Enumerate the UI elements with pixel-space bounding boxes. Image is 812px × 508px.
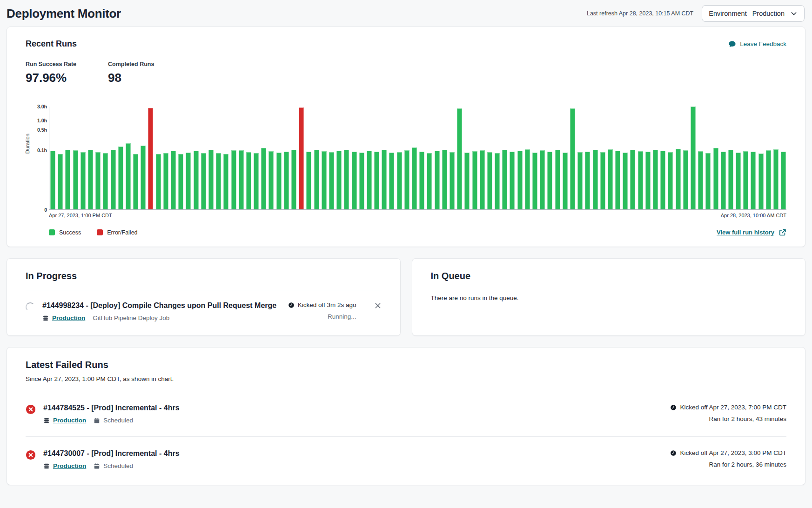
chart-bar-success[interactable] — [359, 153, 364, 209]
chart-bar-success[interactable] — [480, 150, 485, 209]
chart-bar-success[interactable] — [186, 153, 191, 209]
chart-bar-success[interactable] — [284, 152, 289, 209]
chart-bar-success[interactable] — [773, 149, 778, 209]
chart-bar-success[interactable] — [555, 150, 560, 209]
chart-bar-success[interactable] — [683, 150, 688, 209]
chart-bar-success[interactable] — [194, 151, 199, 209]
chart-bar-success[interactable] — [73, 150, 78, 209]
chart-bar-success[interactable] — [404, 150, 409, 209]
close-icon[interactable] — [374, 302, 382, 309]
chart-bar-success[interactable] — [623, 153, 628, 209]
chart-bar-success[interactable] — [668, 152, 673, 209]
chart-bar-success[interactable] — [208, 150, 214, 209]
view-full-run-history-link[interactable]: View full run history — [717, 228, 786, 236]
chart-bar-success[interactable] — [118, 147, 123, 209]
chart-bar-success[interactable] — [721, 152, 726, 209]
chart-bar-success[interactable] — [525, 149, 530, 209]
chart-bar-success[interactable] — [50, 151, 55, 209]
chart-bar-success[interactable] — [126, 143, 131, 209]
chart-bar-error[interactable] — [148, 108, 153, 209]
chart-bar-success[interactable] — [630, 150, 635, 209]
environment-link[interactable]: Production — [42, 314, 85, 321]
chart-bar-success[interactable] — [713, 148, 718, 209]
chart-bar-success[interactable] — [178, 154, 183, 209]
chart-bar-success[interactable] — [352, 152, 357, 209]
environment-link[interactable]: Production — [43, 417, 86, 424]
chart-bar-success[interactable] — [141, 146, 146, 209]
environment-dropdown[interactable]: Environment Production — [702, 5, 805, 22]
chart-bar-success[interactable] — [758, 154, 764, 209]
chart-bar-success[interactable] — [171, 151, 176, 209]
chart-bar-success[interactable] — [728, 150, 733, 209]
chart-bar-success[interactable] — [660, 151, 665, 209]
chart-bar-success[interactable] — [344, 150, 349, 209]
chart-bar-success[interactable] — [389, 153, 394, 209]
leave-feedback-button[interactable]: Leave Feedback — [728, 40, 786, 48]
chart-bar-success[interactable] — [367, 151, 372, 209]
chart-bar-success[interactable] — [216, 153, 221, 209]
chart-bar-success[interactable] — [268, 151, 274, 209]
chart-bar-success[interactable] — [464, 153, 470, 209]
chart-bar-success[interactable] — [201, 153, 206, 209]
chart-bar-success[interactable] — [412, 147, 417, 209]
chart-bar-success[interactable] — [419, 152, 424, 209]
chart-bar-success[interactable] — [450, 152, 455, 209]
chart-bar-success[interactable] — [563, 153, 568, 209]
chart-bar-success[interactable] — [322, 151, 327, 209]
chart-bar-success[interactable] — [88, 150, 93, 209]
chart-bar-success[interactable] — [435, 151, 440, 209]
chart-bar-success[interactable] — [653, 150, 658, 209]
chart-bar-success[interactable] — [487, 152, 492, 209]
chart-bar-success[interactable] — [593, 150, 598, 209]
chart-bar-success[interactable] — [751, 152, 756, 209]
chart-bar-success[interactable] — [570, 108, 575, 209]
chart-bar-success[interactable] — [495, 153, 500, 209]
chart-bar-success[interactable] — [427, 153, 432, 209]
environment-link[interactable]: Production — [43, 462, 86, 469]
chart-bar-success[interactable] — [163, 153, 168, 209]
chart-bar-success[interactable] — [246, 152, 251, 209]
chart-bar-success[interactable] — [615, 151, 620, 209]
chart-bar-success[interactable] — [397, 152, 402, 209]
chart-bar-success[interactable] — [442, 150, 447, 209]
chart-bar-success[interactable] — [698, 151, 703, 209]
chart-bar-success[interactable] — [231, 150, 236, 209]
chart-bar-success[interactable] — [585, 152, 590, 209]
chart-bar-success[interactable] — [540, 150, 545, 209]
chart-bar-success[interactable] — [547, 152, 552, 209]
chart-bar-success[interactable] — [291, 150, 296, 209]
chart-bar-success[interactable] — [156, 154, 161, 209]
chart-bar-success[interactable] — [103, 153, 108, 209]
chart-bar-success[interactable] — [676, 149, 681, 209]
chart-bar-success[interactable] — [645, 152, 651, 209]
chart-bar-success[interactable] — [254, 153, 259, 209]
chart-bar-success[interactable] — [239, 150, 244, 209]
chart-bar-error[interactable] — [299, 107, 304, 209]
chart-bar-success[interactable] — [65, 150, 70, 209]
chart-bar-success[interactable] — [638, 151, 643, 209]
chart-bar-success[interactable] — [223, 154, 228, 209]
chart-bar-success[interactable] — [336, 151, 342, 209]
chart-bar-success[interactable] — [374, 152, 379, 209]
chart-bar-success[interactable] — [95, 152, 101, 209]
chart-bar-success[interactable] — [608, 149, 613, 209]
chart-bar-success[interactable] — [261, 148, 266, 209]
chart-bar-success[interactable] — [133, 154, 138, 209]
chart-bar-success[interactable] — [577, 152, 583, 209]
chart-bar-success[interactable] — [306, 152, 311, 209]
chart-bar-success[interactable] — [781, 152, 786, 209]
chart-bar-success[interactable] — [691, 107, 696, 209]
chart-bar-success[interactable] — [736, 153, 741, 209]
chart-bar-success[interactable] — [276, 153, 282, 209]
chart-bar-success[interactable] — [382, 150, 387, 209]
chart-bar-success[interactable] — [517, 151, 523, 209]
chart-bar-success[interactable] — [329, 152, 334, 209]
chart-bar-success[interactable] — [502, 150, 507, 209]
chart-bar-success[interactable] — [532, 153, 537, 209]
chart-bar-success[interactable] — [58, 154, 63, 209]
chart-bar-success[interactable] — [111, 150, 116, 209]
chart-bar-success[interactable] — [472, 151, 477, 209]
chart-bar-success[interactable] — [705, 153, 711, 209]
chart-bar-success[interactable] — [600, 152, 605, 209]
chart-bar-success[interactable] — [743, 151, 748, 209]
